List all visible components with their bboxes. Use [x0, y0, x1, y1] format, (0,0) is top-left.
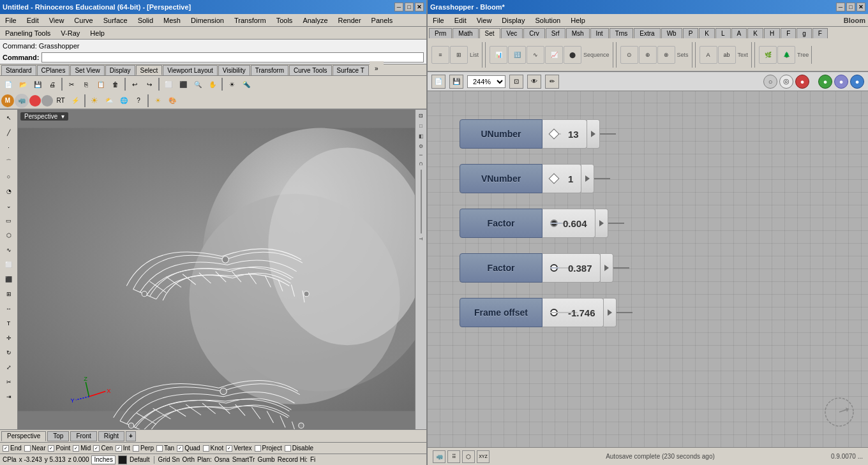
- gh-tab-msh[interactable]: Msh: [566, 28, 590, 38]
- gh-canvas-icon-blue[interactable]: ●: [850, 75, 864, 89]
- gh-icon-sets2[interactable]: ⊕: [639, 46, 657, 64]
- tab-viewport-layout[interactable]: Viewport Layout: [163, 65, 218, 75]
- tb-window-sel[interactable]: ⬛: [176, 77, 190, 91]
- gh-icon-list1[interactable]: ≡: [431, 46, 449, 64]
- snap-int[interactable]: ✓Int: [116, 445, 130, 452]
- gh-icon-seq2[interactable]: 🔢: [508, 46, 526, 64]
- status-record[interactable]: Record Hi:: [278, 456, 308, 463]
- viewport-canvas[interactable]: X Z Y: [18, 110, 426, 429]
- gh-icon-sets1[interactable]: ⊙: [620, 46, 638, 64]
- snap-quad-cb[interactable]: ✓: [177, 445, 183, 452]
- gh-minimize-btn[interactable]: ─: [836, 3, 845, 11]
- gh-preview-toggle[interactable]: 👁: [527, 75, 541, 89]
- status-smarttrack[interactable]: SmartTr: [232, 456, 255, 463]
- tb2-geo[interactable]: 🌐: [117, 94, 131, 108]
- gh-output-unumber[interactable]: [587, 119, 600, 149]
- gh-menu-solution[interactable]: Solution: [532, 16, 563, 25]
- command-input[interactable]: [41, 52, 424, 63]
- snap-perp[interactable]: Perp: [133, 445, 154, 452]
- snap-mid[interactable]: ✓Mid: [73, 445, 91, 452]
- menu-render[interactable]: Render: [336, 16, 364, 25]
- gh-menu-file[interactable]: File: [430, 16, 447, 25]
- gh-icon-text2[interactable]: ab: [718, 46, 736, 64]
- gh-menu-display[interactable]: Display: [499, 16, 527, 25]
- tab-standard[interactable]: Standard: [1, 65, 36, 75]
- vp-settings[interactable]: ⚙: [417, 142, 426, 151]
- gh-tab-h[interactable]: H: [764, 28, 780, 38]
- tb-pan[interactable]: ✋: [206, 77, 220, 91]
- gh-canvas-icon-sphere[interactable]: ○: [763, 75, 777, 89]
- gh-bottom-icon-dots[interactable]: ⠿: [447, 450, 460, 463]
- tool-circle[interactable]: ○: [2, 170, 16, 184]
- vp-tab-add[interactable]: +: [126, 431, 136, 441]
- tb-redo[interactable]: ↪: [142, 77, 156, 91]
- tool-arc[interactable]: ◔: [2, 184, 16, 198]
- menu-vray[interactable]: V-Ray: [58, 29, 82, 38]
- status-gumball[interactable]: Gumb: [257, 456, 274, 463]
- menu-dimension[interactable]: Dimension: [188, 16, 227, 25]
- gh-tab-vec[interactable]: Vec: [501, 28, 523, 38]
- snap-near[interactable]: Near: [24, 445, 46, 452]
- gh-canvas-icon-circle1[interactable]: ◎: [779, 75, 793, 89]
- gh-tab-crv[interactable]: Crv: [523, 28, 545, 38]
- gh-tab-set[interactable]: Set: [479, 28, 500, 38]
- gh-tab-k[interactable]: K: [699, 28, 715, 38]
- tb-copy[interactable]: ⎘: [79, 77, 93, 91]
- menu-edit[interactable]: Edit: [24, 16, 41, 25]
- tb-undo[interactable]: ↩: [128, 77, 142, 91]
- snap-end[interactable]: ✓End: [3, 445, 22, 452]
- tb-cut[interactable]: ✂: [64, 77, 79, 91]
- tb2-r2[interactable]: [41, 95, 53, 107]
- tb2-sun2[interactable]: ☀: [151, 94, 165, 108]
- tb2-help[interactable]: ?: [131, 94, 146, 108]
- gh-tab-l[interactable]: L: [715, 28, 731, 38]
- gh-bottom-icon-xyz[interactable]: XYZ: [477, 450, 490, 463]
- rhino-viewport[interactable]: Perspective ▾: [18, 110, 426, 429]
- menu-analyze[interactable]: Analyze: [300, 16, 330, 25]
- gh-icon-seq5[interactable]: ⬤: [564, 46, 581, 64]
- tb-print[interactable]: 🖨: [45, 77, 59, 91]
- menu-transform[interactable]: Transform: [232, 16, 269, 25]
- status-planar[interactable]: Plan:: [197, 456, 212, 463]
- snap-vertex-cb[interactable]: ✓: [226, 445, 232, 452]
- gh-nav-save[interactable]: 💾: [449, 75, 463, 89]
- gh-icon-list2[interactable]: ⊞: [450, 46, 468, 64]
- tool-solid[interactable]: ⬛: [2, 272, 16, 286]
- snap-int-cb[interactable]: ✓: [116, 445, 122, 452]
- tool-trim[interactable]: ✂: [2, 375, 16, 389]
- gh-node-factor1-slider[interactable]: 0.604: [542, 209, 595, 238]
- gh-node-vnumber-slider[interactable]: 1: [542, 164, 581, 193]
- tab-cplanes[interactable]: CPlanes: [37, 65, 70, 75]
- snap-project[interactable]: Project: [255, 445, 282, 452]
- tab-set-view[interactable]: Set View: [70, 65, 104, 75]
- vp-render-type[interactable]: □: [417, 121, 426, 130]
- menu-view[interactable]: View: [47, 16, 67, 25]
- tool-extend[interactable]: ⇥: [2, 390, 16, 404]
- tab-select[interactable]: Select: [136, 65, 163, 75]
- menu-surface[interactable]: Surface: [101, 16, 130, 25]
- status-ortho[interactable]: Orth: [183, 456, 195, 463]
- tb-select-all[interactable]: ⬜: [161, 77, 176, 91]
- vp-tab-front[interactable]: Front: [70, 431, 96, 441]
- gh-node-frame-offset-slider[interactable]: -1.746: [542, 298, 604, 327]
- tb2-rhino[interactable]: 🦏: [15, 94, 29, 108]
- gh-pen-tool[interactable]: ✏: [545, 75, 559, 89]
- tool-move[interactable]: ✛: [2, 331, 16, 345]
- gh-close-btn[interactable]: ✕: [857, 3, 865, 11]
- gh-tab-a[interactable]: A: [731, 28, 747, 38]
- tb-paste[interactable]: 📋: [94, 77, 108, 91]
- status-osnap[interactable]: Osna: [214, 456, 230, 463]
- snap-vertex[interactable]: ✓Vertex: [226, 445, 251, 452]
- menu-tools[interactable]: Tools: [274, 16, 296, 25]
- gh-tab-k2[interactable]: K: [747, 28, 763, 38]
- tb2-cloud[interactable]: ⛅: [102, 94, 116, 108]
- tool-freeform[interactable]: ∿: [2, 243, 16, 257]
- tb2-render-preview[interactable]: 🎨: [165, 94, 179, 108]
- tool-rect[interactable]: ▭: [2, 214, 16, 228]
- tool-scale[interactable]: ⤢: [2, 360, 16, 374]
- viewport-label[interactable]: Perspective ▾: [20, 112, 68, 121]
- gh-icon-sets3[interactable]: ⊗: [657, 46, 675, 64]
- gh-tab-extra[interactable]: Extra: [634, 28, 660, 38]
- snap-perp-cb[interactable]: [133, 445, 139, 452]
- vp-tab-perspective[interactable]: Perspective: [1, 431, 46, 441]
